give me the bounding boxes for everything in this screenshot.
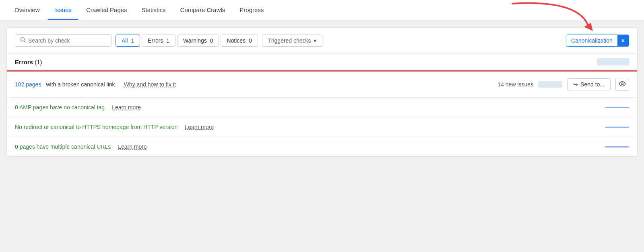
eye-icon [619,81,626,88]
send-to-button[interactable]: ↪ Send to... [567,78,611,90]
svg-point-3 [621,83,623,85]
filter-group: All 1 Errors 1 Warnings 0 Notices 0 [116,35,258,47]
nav-item-progress[interactable]: Progress [233,1,270,20]
top-navigation: Overview Issues Crawled Pages Statistics… [0,0,644,21]
nav-item-overview[interactable]: Overview [8,1,46,20]
search-input[interactable] [28,37,106,44]
skeleton-line-multiple [605,146,629,148]
search-box[interactable] [15,34,111,47]
issue-row-broken-canonical: 102 pages with a broken canonical link W… [7,72,637,98]
multiple-canonical-learn-more[interactable]: Learn more [118,143,147,150]
canonicalization-label: Canonicalization [566,35,617,46]
nav-item-statistics[interactable]: Statistics [135,1,172,20]
canonicalization-close-button[interactable]: × [617,35,629,46]
filter-warnings-button[interactable]: Warnings 0 [177,35,219,47]
send-to-label: Send to... [580,81,605,88]
canonicalization-tag: Canonicalization × [566,35,629,47]
redirect-learn-more[interactable]: Learn more [185,124,214,130]
skeleton-line-redirect [605,127,629,128]
nav-item-crawled-pages[interactable]: Crawled Pages [80,1,134,20]
triggered-checks-dropdown[interactable]: Triggered checks ▾ [262,35,322,47]
amp-learn-more[interactable]: Learn more [112,104,141,111]
issue-row-redirect: No redirect or canonical to HTTPS homepa… [7,117,637,137]
skeleton-line-amp [605,107,629,108]
filter-notices-button[interactable]: Notices 0 [221,35,258,47]
redirect-label[interactable]: No redirect or canonical to HTTPS homepa… [15,124,178,130]
issue-row-right: 14 new issues ↪ Send to... [497,78,629,91]
amp-canonical-label[interactable]: 0 AMP pages have no canonical tag [15,104,105,111]
eye-button[interactable] [615,78,629,91]
filter-errors-button[interactable]: Errors 1 [142,35,175,47]
triggered-checks-label: Triggered checks [268,37,311,44]
toolbar: All 1 Errors 1 Warnings 0 Notices 0 Trig… [7,28,637,53]
chevron-down-icon: ▾ [314,37,316,44]
svg-line-2 [24,41,26,43]
filter-all-button[interactable]: All 1 [116,35,140,47]
errors-title: Errors (1) [15,59,42,66]
send-icon: ↪ [573,81,578,88]
main-card: All 1 Errors 1 Warnings 0 Notices 0 Trig… [6,27,638,157]
broken-canonical-link[interactable]: 102 pages [15,81,41,88]
nav-item-compare-crawls[interactable]: Compare Crawls [174,1,232,20]
skeleton-bar-sm [538,81,562,88]
errors-skeleton-bar [597,58,629,66]
why-fix-link[interactable]: Why and how to fix it [124,81,176,88]
multiple-canonical-label[interactable]: 0 pages have multiple canonical URLs [15,143,111,150]
broken-canonical-text: with a broken canonical link [46,81,115,88]
new-issues-count: 14 new issues [497,81,533,88]
issue-row-right-amp [605,107,629,108]
issue-row-right-multiple [605,146,629,148]
issue-row-amp: 0 AMP pages have no canonical tag Learn … [7,98,637,117]
issue-row-multiple-canonical: 0 pages have multiple canonical URLs Lea… [7,137,637,156]
search-icon [20,37,26,44]
errors-section-header: Errors (1) [7,53,637,70]
issue-row-right-redirect [605,127,629,128]
nav-item-issues[interactable]: Issues [48,1,78,20]
